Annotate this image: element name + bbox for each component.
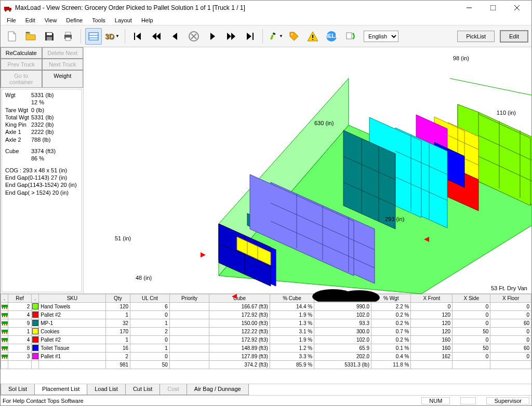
tab-airbag[interactable]: Air Bag / Dunnage [187,384,249,395]
svg-rect-95 [4,332,5,334]
recalculate-button[interactable]: ReCalculate [1,47,42,59]
tab-cut-list[interactable]: Cut List [125,384,159,395]
row-icon [1,303,8,311]
menu-tools[interactable]: Tools [88,16,110,24]
svg-rect-12 [65,37,71,40]
svg-point-3 [9,10,11,12]
forward-icon[interactable] [204,28,221,45]
table-row[interactable]: 4Pallet #210172.92 (ft3)1.9 %102.00.2 %1… [1,336,531,344]
status-bar: For Help Contact Tops Software NUM Super… [1,395,531,405]
tag-icon[interactable] [286,28,302,45]
color-swatch [32,353,38,359]
next-truck-button[interactable]: Next Truck [42,59,84,70]
svg-rect-87 [4,316,5,317]
svg-point-24 [312,39,313,40]
fast-forward-icon[interactable] [223,28,240,45]
highlighter-icon[interactable]: ▼ [267,28,284,45]
dim-51: 51 (in) [115,235,131,241]
svg-rect-8 [47,33,52,35]
menu-edit[interactable]: Edit [21,16,39,24]
edit-button[interactable]: Edit [500,30,528,43]
window-title: MaxLoad - View Screen: Grocery Order Pic… [15,4,245,11]
color-swatch [32,320,38,326]
cancel-icon[interactable] [185,28,202,45]
color-swatch [32,312,38,318]
help-icon[interactable]: HELP [323,28,340,45]
bottom-tabs: Sol List Placement List Load List Cut Li… [1,384,531,395]
row-icon [1,353,8,361]
placement-table-area: .Ref.SKUQtyUL CntPriorityCube% CubeWgt% … [1,293,531,395]
picklist-button[interactable]: PickList [457,31,495,42]
fast-back-icon[interactable] [148,28,165,45]
placement-table[interactable]: .Ref.SKUQtyUL CntPriorityCube% CubeWgt% … [1,294,531,369]
truck-type: 53 Ft. Dry Van [491,285,527,291]
app-icon [4,4,12,12]
svg-rect-27 [347,33,352,39]
svg-rect-21 [273,32,276,35]
table-row[interactable]: 4Pallet #210172.92 (ft3)1.9 %102.00.2 %1… [1,311,531,319]
menu-help[interactable]: Help [137,16,157,24]
delete-next-button[interactable]: Delete Next [42,47,84,59]
svg-rect-9 [47,37,52,40]
back-icon[interactable] [167,28,183,45]
table-row[interactable]: 8Toilet Tissue161148.89 (ft3)1.2 %65.90.… [1,344,531,353]
close-button[interactable] [506,1,528,15]
table-row[interactable]: 1Cookies1702122.22 (ft3)3.1 %300.00.7 %1… [1,328,531,336]
menu-view[interactable]: View [41,16,61,24]
col-header[interactable]: UL Cnt [130,294,170,303]
table-totals: 98150374.2 (ft3)85.9 %5331.3 (lb)11.8 % [1,361,531,369]
tab-sol-list[interactable]: Sol List [1,384,34,395]
language-select[interactable]: English [364,31,398,42]
last-icon[interactable] [242,28,258,45]
menu-layout[interactable]: Layout [111,16,136,24]
svg-rect-92 [6,324,7,326]
3d-view-icon[interactable]: 3D▼ [104,28,121,45]
weight-button[interactable]: Weight [42,70,84,88]
maximize-button[interactable] [482,1,504,15]
save-icon[interactable] [41,28,58,45]
3d-canvas[interactable]: 98 (in) 110 (in) 630 (in) 293 (in) 51 (i… [84,47,531,293]
svg-rect-107 [4,357,5,359]
menu-define[interactable]: Define [62,16,87,24]
svg-rect-84 [6,307,7,309]
col-header[interactable]: Qty [105,294,130,303]
col-header[interactable]: . [32,294,39,303]
grid-view-icon[interactable] [85,28,102,45]
dim-height: 110 (in) [497,110,516,116]
svg-rect-104 [6,349,7,350]
refresh-icon[interactable] [342,28,358,45]
dim-length: 630 (in) [314,120,334,126]
first-icon[interactable] [129,28,146,45]
tab-cost[interactable]: Cost [159,384,187,395]
col-header[interactable]: Ref [8,294,32,303]
col-header[interactable]: . [1,294,8,303]
prev-truck-button[interactable]: Prev Truck [1,59,42,70]
minimize-button[interactable] [458,1,481,15]
svg-line-33 [349,78,532,99]
new-icon[interactable] [4,28,20,45]
truck-3d-view [188,78,532,302]
svg-rect-97 [2,338,8,341]
svg-rect-13 [89,33,98,40]
svg-rect-103 [4,349,5,350]
warning-icon[interactable] [304,28,321,45]
menu-file[interactable]: File [3,16,20,24]
color-swatch [32,328,38,334]
toolbar: 3D▼ ▼ HELP English PickList Edit [1,25,531,47]
table-row[interactable]: 9MP-1321150.00 (ft3)1.3 %93.30.2 %120060 [1,319,531,328]
go-container-button[interactable]: Go to container [1,70,42,88]
color-swatch [32,345,38,351]
svg-rect-94 [2,332,3,334]
left-panel: ReCalculate Delete Next Prev Truck Next … [1,47,84,293]
table-row[interactable]: 3Pallet #120127.89 (ft3)3.3 %202.00.4 %1… [1,353,531,361]
svg-rect-91 [4,324,5,326]
table-row[interactable]: 2Hand Towels1206166.67 (ft3)14.4 %990.02… [1,303,531,311]
print-icon[interactable] [60,28,76,45]
menu-bar: File Edit View Define Tools Layout Help [1,15,531,25]
tab-load-list[interactable]: Load List [87,384,125,395]
svg-rect-81 [2,305,8,307]
tab-placement-list[interactable]: Placement List [34,384,87,395]
svg-rect-99 [4,341,5,342]
open-icon[interactable] [22,28,39,45]
col-header[interactable]: SKU [39,294,105,303]
